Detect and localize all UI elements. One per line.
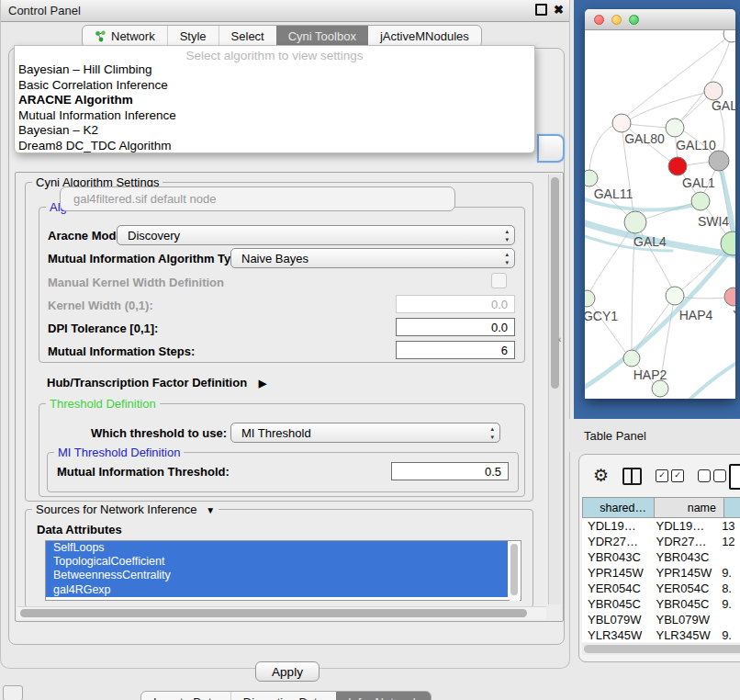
- close-icon[interactable]: ✖: [554, 4, 564, 16]
- tab-discretize-data[interactable]: Discretize Data: [230, 692, 336, 700]
- dropdown-item[interactable]: ARACNE Algorithm: [15, 93, 534, 108]
- table-row[interactable]: YDR27…YDR27…12: [582, 534, 740, 549]
- settings-gear-icon[interactable]: ⚙: [593, 467, 609, 485]
- sources-toggle[interactable]: Sources for Network Inference ▼: [32, 502, 219, 516]
- table-cell: YLR345W: [650, 627, 716, 642]
- attribute-list-item-selected[interactable]: gal4RGexp: [46, 583, 508, 597]
- column-header[interactable]: A: [724, 497, 740, 518]
- table-cell: YDR27…: [650, 534, 716, 549]
- network-window: GALGAL80GAL10GAL1SWI4GAL11GAL4GCY1HAP4YH…: [585, 9, 735, 399]
- network-node[interactable]: [724, 288, 735, 306]
- table-row[interactable]: YBR045CYBR045C9.: [582, 596, 740, 612]
- network-node-label: Y: [733, 308, 735, 322]
- split-columns-icon[interactable]: [622, 468, 642, 485]
- network-node[interactable]: [723, 30, 735, 42]
- network-node[interactable]: [585, 170, 598, 186]
- network-canvas[interactable]: GALGAL80GAL10GAL1SWI4GAL11GAL4GCY1HAP4YH…: [585, 30, 735, 399]
- control-panel-window: Control Panel ✖ NetworkStyleSelectCyni T…: [0, 0, 570, 669]
- which-threshold-value: MI Threshold: [241, 426, 311, 440]
- tab-label: Style: [180, 29, 207, 43]
- tab-style[interactable]: Style: [167, 26, 219, 47]
- export-table-icon[interactable]: [729, 464, 740, 490]
- tab-cyni-toolbox[interactable]: Cyni Toolbox: [276, 26, 368, 47]
- mi-algorithm-type-combobox[interactable]: Naive Bayes ▴▾: [230, 248, 515, 268]
- attribute-list-item-selected[interactable]: TopologicalCoefficient: [46, 555, 508, 569]
- algorithm-dropdown-items: Bayesian – Hill ClimbingBasic Correlatio…: [15, 62, 534, 154]
- algorithm-combobox-focused-edge[interactable]: [537, 134, 565, 163]
- dropdown-item[interactable]: Bayesian – K2: [15, 123, 534, 139]
- network-edge[interactable]: [589, 125, 614, 178]
- mi-threshold-field[interactable]: 0.5: [391, 462, 509, 480]
- dropdown-item[interactable]: Mutual Information Inference: [15, 108, 534, 124]
- data-attributes-list[interactable]: SelfLoopsTopologicalCoefficientBetweenne…: [45, 540, 521, 601]
- docked-panel-icon[interactable]: [3, 685, 23, 700]
- dropdown-item[interactable]: Basic Correlation Inference: [15, 78, 534, 94]
- network-node[interactable]: [704, 82, 723, 100]
- mi-type-label: Mutual Information Algorithm Type:: [48, 252, 249, 265]
- hub-definition-toggle[interactable]: Hub/Transcription Factor Definition ▶: [47, 376, 266, 390]
- sources-group: Sources for Network Inference ▼ Data Att…: [25, 509, 533, 608]
- deselect-checkboxes-icon[interactable]: [698, 469, 726, 482]
- mi-steps-field[interactable]: 6: [396, 341, 515, 359]
- table-data-combobox[interactable]: gal4filtered.sif default node: [60, 186, 455, 211]
- attribute-list-item-selected[interactable]: SelfLoops: [46, 541, 508, 555]
- select-all-checkboxes-icon[interactable]: ✓✓: [656, 469, 684, 482]
- table-header-row: shared…nameA: [582, 497, 740, 518]
- close-window-icon[interactable]: [594, 15, 604, 25]
- column-header[interactable]: shared…: [582, 497, 655, 518]
- network-node[interactable]: [709, 151, 729, 171]
- tab-label: jActiveMNodules: [380, 29, 469, 43]
- tab-jactivemnodules[interactable]: jActiveMNodules: [368, 26, 481, 47]
- dpi-tolerance-field[interactable]: 0.0: [396, 318, 515, 336]
- tab-label: Discretize Data: [243, 695, 324, 700]
- network-edge[interactable]: [629, 91, 713, 120]
- list-scrollbar[interactable]: [510, 542, 520, 601]
- kernel-width-field[interactable]: 0.0: [396, 295, 515, 313]
- network-node[interactable]: [624, 211, 646, 233]
- network-node[interactable]: [612, 114, 631, 132]
- table-row[interactable]: YER054CYER054C8.: [582, 581, 740, 596]
- network-node[interactable]: [652, 380, 668, 397]
- tab-impute-data[interactable]: Impute Data: [141, 692, 230, 700]
- table-row[interactable]: YBR043CYBR043C: [582, 549, 740, 565]
- table-cell: YBR043C: [582, 549, 650, 565]
- table-cell: YPR145W: [582, 565, 650, 581]
- network-node[interactable]: [691, 192, 710, 210]
- network-node[interactable]: [585, 290, 595, 307]
- panel-splitter-grip[interactable]: ‹: [558, 334, 561, 344]
- aracne-mode-combobox[interactable]: Discovery ▴▾: [117, 225, 515, 245]
- table-panel-window: ⚙ ✓✓ shared…nameA YDL19…YDL19…13YDR27…YD…: [578, 454, 740, 662]
- tab-infer-network[interactable]: Infer Network: [336, 692, 431, 700]
- tab-network[interactable]: Network: [83, 26, 167, 47]
- zoom-window-icon[interactable]: [629, 15, 639, 25]
- table-cell: YDL19…: [582, 518, 650, 534]
- table-horizontal-scrollbar[interactable]: [582, 643, 740, 655]
- table-row[interactable]: YPR145WYPR145W9.: [582, 565, 740, 581]
- network-node[interactable]: [666, 287, 684, 305]
- network-node[interactable]: [623, 350, 640, 367]
- table-row[interactable]: YDL19…YDL19…13: [582, 518, 740, 534]
- column-header[interactable]: name: [655, 497, 724, 518]
- which-threshold-combobox[interactable]: MI Threshold ▴▾: [230, 423, 500, 443]
- horizontal-scrollbar[interactable]: [17, 606, 546, 619]
- tab-select[interactable]: Select: [219, 26, 276, 47]
- dropdown-item[interactable]: Dream8 DC_TDC Algorithm: [15, 139, 534, 154]
- dropdown-item[interactable]: Bayesian – Hill Climbing: [15, 62, 534, 78]
- vertical-scrollbar[interactable]: [548, 175, 561, 604]
- table-row[interactable]: YBL079WYBL079W: [582, 612, 740, 627]
- minimize-window-icon[interactable]: [611, 15, 622, 25]
- tab-label: Impute Data: [153, 695, 219, 700]
- network-edge[interactable]: [587, 299, 625, 352]
- table-row[interactable]: YLR345WYLR345W9.: [582, 627, 740, 642]
- network-window-titlebar[interactable]: [585, 9, 735, 30]
- network-node[interactable]: [666, 119, 684, 137]
- attribute-list-item-selected[interactable]: BetweennessCentrality: [46, 569, 508, 582]
- apply-button[interactable]: Apply: [255, 661, 320, 682]
- bottom-tab-bar: Impute DataDiscretize DataInfer Network: [140, 691, 432, 700]
- float-window-icon[interactable]: [535, 4, 547, 16]
- network-edge-highlighted[interactable]: [688, 359, 735, 399]
- network-node-label: GAL11: [594, 186, 633, 201]
- tab-label: Select: [231, 29, 264, 43]
- manual-kernel-width-checkbox[interactable]: [491, 273, 507, 288]
- network-node[interactable]: [668, 157, 687, 175]
